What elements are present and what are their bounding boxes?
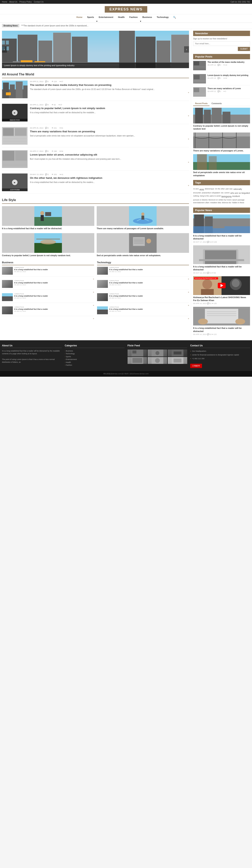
contact-link[interactable]: Contact Us (34, 1, 43, 3)
small-title[interactable]: It is a long established fact that a rea… (109, 282, 189, 284)
footer-cat-item[interactable]: Health (65, 361, 125, 364)
tag[interactable]: nothing (193, 195, 199, 198)
small-title[interactable]: It is a long established fact that a rea… (14, 282, 94, 284)
hero-prev-button[interactable]: ‹ (2, 46, 7, 53)
article-title[interactable]: There are many variations that focuses o… (30, 130, 189, 133)
pop-news-title[interactable]: It is a long established fact that a rea… (193, 265, 250, 271)
play-button[interactable]: ▶ (12, 110, 18, 115)
subscribe-button[interactable]: 订阅邮件 (190, 364, 202, 368)
tag[interactable]: written by Cicero (219, 199, 232, 201)
pop-news-title[interactable]: Aishwarya Rai Bachchan's Latest SHOCKING… (193, 296, 250, 302)
tag[interactable]: mistaken idea (210, 202, 221, 204)
footer-cat-item[interactable]: Business (65, 349, 125, 352)
readmore-link[interactable]: ≡ (188, 278, 189, 280)
article-title[interactable]: Contrary to popular belief, Lorem Ipsum … (30, 106, 189, 110)
tag[interactable]: exercitationem ullam (193, 202, 210, 204)
sidebar-feat-title[interactable]: Sed ut perspiciatis unde omnis iste natu… (193, 171, 250, 177)
footer-cat-item[interactable]: Entertainment (65, 358, 125, 361)
footer-cat-item[interactable]: Fashion (65, 364, 125, 367)
flickr-thumb[interactable] (168, 357, 187, 364)
nav-technology[interactable]: Technology (154, 14, 171, 20)
readmore-link[interactable]: ≡ (188, 304, 189, 306)
pop-news-title[interactable]: It is a long established fact that a rea… (193, 327, 250, 333)
popular-title[interactable]: Lorem Ipsum is simply dummy text printin… (208, 74, 250, 76)
article-title[interactable]: Lorem ipsum dolor sit amet, consectetur … (30, 153, 189, 157)
tag[interactable]: est. commi (221, 192, 230, 194)
readmore-link[interactable]: ≡ (188, 161, 189, 163)
tag[interactable]: On the other (215, 188, 225, 191)
nav-home[interactable]: Home (74, 14, 85, 20)
small-title[interactable]: It is a long established fact that a rea… (109, 295, 189, 297)
small-title[interactable]: It is a long established fact that a rea… (109, 269, 189, 271)
home-link[interactable]: Home (2, 1, 7, 3)
hero-next-button[interactable]: › (184, 46, 189, 53)
nav-business[interactable]: Business (140, 14, 154, 20)
search-icon[interactable]: 🔍 (171, 14, 178, 23)
nav-health[interactable]: Health (116, 14, 127, 20)
tag[interactable]: who are so beguiled (230, 192, 250, 194)
tag[interactable]: incidunt (232, 195, 240, 198)
footer-cat-item[interactable]: Sports (65, 355, 125, 358)
tag[interactable]: pursues or desires (193, 199, 208, 201)
tag[interactable]: hidden in these (232, 202, 244, 204)
lifestyle-title[interactable]: Contrary to popular belief, Lorem Ipsum … (2, 254, 94, 257)
small-title[interactable]: It is a long established fact that a rea… (14, 295, 94, 297)
lifestyle-title[interactable]: Sed ut perspiciatis unde omnis iste natu… (97, 254, 189, 257)
nav-fashion[interactable]: Fashion (127, 14, 140, 20)
tag[interactable]: rising to the (200, 195, 209, 198)
lifestyle-title[interactable]: It is a long established fact that a rea… (2, 227, 94, 230)
privacy-link[interactable]: Privacy Policy (20, 1, 32, 3)
readmore-link[interactable]: ≡ (188, 185, 189, 186)
small-title[interactable]: It is a long established fact that a rea… (109, 308, 189, 311)
tag[interactable]: rationally (233, 188, 242, 191)
nav-entertainment[interactable]: Entertainment (96, 14, 116, 20)
sidebar-feat-title[interactable]: There are many variations of passages of… (193, 149, 250, 152)
tag[interactable]: encounter (193, 192, 201, 194)
play-button[interactable]: ▶ (12, 180, 18, 185)
readmore-link[interactable]: ≡ (93, 291, 94, 293)
popular-title[interactable]: There are many variations of Lorem (208, 87, 250, 90)
logo[interactable]: EXPRESS NEWS (105, 6, 147, 12)
flickr-thumb[interactable] (148, 357, 167, 364)
article-title[interactable]: The section of the mass media industry t… (30, 83, 189, 87)
sidebar-feat-title[interactable]: Contrary to popular belief, Lorem Ipsum … (193, 124, 250, 130)
flickr-thumb[interactable] (148, 349, 167, 356)
newsletter-submit-button[interactable]: SUBMIT (238, 47, 250, 51)
article-title[interactable]: On the other hand, we denounce with righ… (30, 176, 189, 180)
readmore-link[interactable]: ≡ (93, 304, 94, 306)
youtube-play-button[interactable] (218, 283, 226, 288)
tag[interactable]: eos (200, 188, 204, 191)
sidebar-featured-3: Sed ut perspiciatis unde omnis iste natu… (193, 154, 250, 177)
readmore-link[interactable]: ≡ (188, 115, 189, 117)
tag[interactable]: Ipsum passage (232, 199, 245, 201)
small-title[interactable]: It is a long established fact that a rea… (14, 269, 94, 271)
readmore-link[interactable]: ≡ (93, 278, 94, 280)
about-link[interactable]: About Us (9, 1, 17, 3)
nav-sports[interactable]: Sports (85, 14, 96, 20)
tag[interactable]: tempora (221, 195, 231, 198)
tag[interactable]: praesentiun voluptatem (202, 192, 220, 194)
tag[interactable]: Bonorum et (209, 199, 218, 201)
tag[interactable]: pains to avoid (210, 195, 221, 198)
tag[interactable]: dolorout dur (222, 202, 231, 204)
tag[interactable]: At vero (193, 188, 199, 191)
small-title[interactable]: It is a long established fact that a rea… (14, 308, 94, 311)
popular-title[interactable]: The section of the mass media industry (208, 61, 250, 63)
readmore-link[interactable]: ≡ (188, 291, 189, 293)
top-nav-links[interactable]: Home About Us Privacy Policy Contact Us (2, 1, 45, 3)
tag[interactable]: pain was (226, 188, 233, 191)
tab-recent-posts[interactable]: Recent Posts (193, 101, 210, 106)
newsletter-input[interactable] (193, 41, 250, 46)
readmore-link[interactable]: ≡ (93, 318, 94, 319)
lifestyle-title[interactable]: There are many variations of passages of… (97, 227, 189, 230)
tag[interactable]: doloremque (205, 188, 214, 191)
flickr-thumb[interactable] (128, 349, 147, 356)
readmore-link[interactable]: ≡ (188, 92, 189, 94)
pop-news-title[interactable]: It is a long established fact that a rea… (193, 234, 250, 241)
flickr-thumb[interactable] (128, 357, 147, 364)
flickr-thumb[interactable] (168, 349, 187, 356)
readmore-link[interactable]: ≡ (188, 138, 189, 140)
footer-cat-item[interactable]: Technology (65, 352, 125, 355)
readmore-link[interactable]: ≡ (188, 318, 189, 319)
tab-comments[interactable]: Comments (210, 101, 224, 106)
